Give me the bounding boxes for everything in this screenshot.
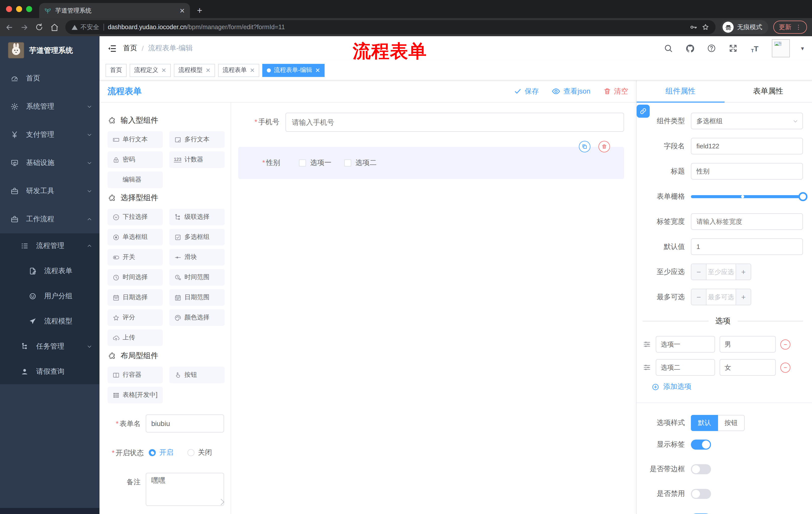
gender-option-2-checkbox[interactable]: 选项二 [344, 158, 377, 167]
component-编辑器[interactable]: 编辑器 [108, 171, 163, 188]
github-icon[interactable] [684, 42, 696, 54]
toggle-是否带边框[interactable] [691, 464, 711, 474]
view-json-button[interactable]: 查看json [552, 87, 590, 96]
browser-tab[interactable]: 芋道管理系统 ✕ [39, 3, 190, 18]
help-icon[interactable] [705, 42, 718, 54]
fullscreen-icon[interactable] [727, 42, 739, 54]
status-off-radio[interactable]: 关闭 [187, 448, 212, 457]
component-颜色选择[interactable]: 颜色选择 [169, 309, 225, 326]
status-on-radio[interactable]: 开启 [149, 448, 173, 457]
toggle-显示标签[interactable] [691, 439, 711, 450]
sidebar-item-用户分组[interactable]: 用户分组 [0, 283, 99, 309]
form-grid-slider[interactable] [691, 188, 803, 205]
link-anchor-button[interactable] [637, 105, 650, 118]
component-时间范围[interactable]: 时间范围 [169, 269, 225, 286]
tag-流程模型[interactable]: 流程模型✕ [174, 64, 215, 77]
drag-handle-icon[interactable] [643, 363, 651, 372]
component-级联选择[interactable]: 级联选择 [169, 209, 225, 225]
add-option-button[interactable]: 添加选项 [652, 382, 803, 391]
bookmark-star-icon[interactable] [701, 23, 709, 31]
component-下拉选择[interactable]: 下拉选择 [108, 209, 163, 225]
maximize-window-button[interactable] [26, 6, 32, 12]
url-text[interactable]: dashboard.yudao.iocoder.cn/bpm/manager/f… [108, 24, 685, 31]
collapse-sidebar-icon[interactable] [108, 44, 117, 53]
url-bar[interactable]: 不安全 dashboard.yudao.iocoder.cn/bpm/manag… [65, 20, 716, 34]
component-日期范围[interactable]: 日期范围 [169, 289, 225, 306]
sidebar-item-请假查询[interactable]: 请假查询 [0, 359, 99, 384]
option-value-input[interactable] [720, 359, 776, 376]
tag-流程表单-编辑[interactable]: 流程表单-编辑✕ [262, 64, 325, 77]
toggle-是否禁用[interactable] [691, 489, 711, 499]
tab-form-props[interactable]: 表单属性 [724, 80, 812, 102]
component-type-select[interactable] [691, 113, 803, 129]
form-remark-textarea[interactable]: 嘿嘿 [146, 473, 224, 506]
component-开关[interactable]: 开关 [108, 249, 163, 266]
avatar-dropdown-caret-icon[interactable]: ▼ [800, 46, 805, 51]
reload-icon[interactable] [35, 23, 45, 31]
component-评分[interactable]: 评分 [108, 309, 163, 326]
remove-option-button[interactable] [780, 339, 790, 349]
component-表格[开发中][interactable]: 表格[开发中] [108, 387, 163, 403]
component-单选框组[interactable]: 单选框组 [108, 229, 163, 245]
window-controls[interactable] [0, 0, 39, 18]
decrease-button[interactable]: − [691, 289, 706, 305]
option-name-input[interactable] [656, 359, 715, 376]
copy-component-button[interactable] [579, 141, 590, 153]
component-上传[interactable]: 上传 [108, 329, 163, 346]
form-canvas[interactable]: *手机号 *性别 选项一 选项二 [231, 103, 636, 514]
tag-close-icon[interactable]: ✕ [250, 66, 255, 74]
home-icon[interactable] [50, 23, 60, 31]
option-name-input[interactable] [656, 336, 715, 353]
option-style-按钮[interactable]: 按钮 [718, 415, 745, 431]
not-secure-badge[interactable]: 不安全 [71, 23, 99, 31]
option-style-默认[interactable]: 默认 [691, 415, 718, 431]
tag-首页[interactable]: 首页 [106, 64, 127, 77]
sidebar-item-首页[interactable]: 首页 [0, 64, 99, 92]
increase-button[interactable]: + [736, 264, 751, 280]
tag-close-icon[interactable]: ✕ [161, 66, 166, 74]
component-按钮[interactable]: 按钮 [169, 367, 225, 383]
label-width-input[interactable] [691, 213, 803, 230]
decrease-button[interactable]: − [691, 264, 706, 280]
browser-update-button[interactable]: 更新 ⋮ [773, 21, 807, 34]
sidebar-item-流程管理[interactable]: 流程管理 [0, 233, 99, 259]
tab-component-props[interactable]: 组件属性 [637, 80, 724, 102]
sidebar-item-工作流程[interactable]: 工作流程 [0, 205, 99, 233]
sidebar-item-基础设施[interactable]: 基础设施 [0, 149, 99, 177]
phone-field-row[interactable]: *手机号 [237, 113, 624, 132]
avatar-broken-image[interactable] [772, 39, 790, 57]
sidebar-item-流程模型[interactable]: 流程模型 [0, 309, 99, 334]
default-value-input[interactable] [691, 238, 803, 255]
field-name-input[interactable] [691, 138, 803, 154]
gender-option-1-checkbox[interactable]: 选项一 [299, 158, 331, 167]
increase-button[interactable]: + [736, 289, 751, 305]
password-key-icon[interactable] [689, 23, 697, 31]
tag-流程表单[interactable]: 流程表单✕ [218, 64, 259, 77]
save-button[interactable]: 保存 [514, 87, 539, 96]
clear-button[interactable]: 清空 [604, 87, 628, 96]
component-计数器[interactable]: 123计数器 [169, 152, 225, 168]
tag-close-icon[interactable]: ✕ [205, 66, 210, 74]
option-value-input[interactable] [720, 336, 776, 353]
sidebar-item-流程表单[interactable]: 流程表单 [0, 259, 99, 283]
component-单行文本[interactable]: 单行文本 [108, 131, 163, 148]
sidebar-item-任务管理[interactable]: 任务管理 [0, 334, 99, 359]
search-icon[interactable] [662, 42, 674, 54]
component-滑块[interactable]: 滑块 [169, 249, 225, 266]
tab-close-icon[interactable]: ✕ [179, 7, 185, 14]
delete-component-button[interactable] [599, 141, 610, 153]
remove-option-button[interactable] [780, 362, 790, 373]
title-input[interactable] [691, 163, 803, 180]
new-tab-button[interactable]: + [190, 3, 209, 18]
slider-handle[interactable] [799, 192, 808, 201]
sidebar-item-研发工具[interactable]: 研发工具 [0, 177, 99, 205]
back-icon[interactable] [5, 23, 15, 31]
component-密码[interactable]: 密码 [108, 152, 163, 168]
tag-close-icon[interactable]: ✕ [315, 66, 320, 74]
phone-input[interactable] [285, 113, 624, 132]
close-window-button[interactable] [6, 6, 12, 12]
component-时间选择[interactable]: 时间选择 [108, 269, 163, 286]
form-name-input[interactable] [146, 414, 224, 433]
component-多行文本[interactable]: 多行文本 [169, 131, 225, 148]
gender-field-row-selected[interactable]: *性别 选项一 选项二 [238, 147, 624, 179]
